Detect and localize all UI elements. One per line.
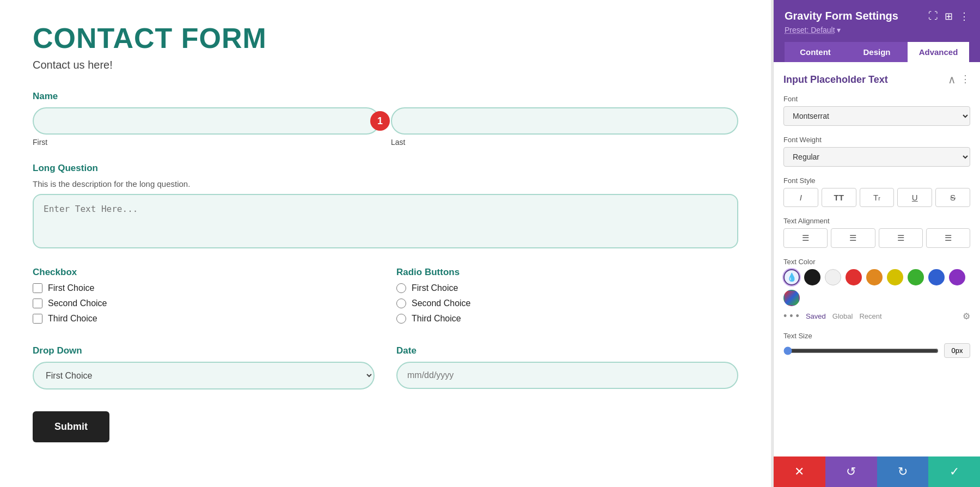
font-weight-row: Font Weight Regular Bold Light [783,136,970,167]
section-controls: ∧ ⋮ [948,73,970,86]
radio-col: Radio Buttons First Choice Second Choice… [396,267,738,329]
radio-1[interactable] [396,283,406,293]
undo-button[interactable]: ↺ [825,456,877,487]
font-style-buttons: I TT Tr U S [783,188,970,207]
color-purple[interactable] [949,269,965,285]
text-alignment-row: Text Alignment ☰ ☰ ☰ ☰ [783,217,970,248]
save-button[interactable]: ✓ [928,456,980,487]
settings-preset[interactable]: Preset: Default ▾ [785,26,969,34]
radio-1-label: First Choice [412,283,458,293]
radio-3-label: Third Choice [412,314,461,324]
date-label: Date [396,345,738,356]
close-button[interactable]: ✕ [774,456,825,487]
long-question-description: This is the description for the long que… [33,179,738,188]
date-input[interactable] [396,362,738,389]
strikethrough-btn[interactable]: S [935,188,970,207]
capitalize-btn[interactable]: Tr [860,188,895,207]
settings-header-top: Gravity Form Settings ⛶ ⊞ ⋮ [785,10,969,22]
radio-label: Radio Buttons [396,267,738,278]
checkbox-1-label: First Choice [48,283,94,293]
underline-btn[interactable]: U [897,188,932,207]
size-slider-row: 0px [783,343,970,358]
badge-1: 1 [370,111,390,131]
color-yellow[interactable] [887,269,903,285]
form-area: CONTACT FORM Contact us here! Name 1 Fir… [0,0,771,487]
name-field-group: Name 1 First Last [33,91,738,147]
tab-design[interactable]: Design [846,42,908,62]
dropdown-label: Drop Down [33,345,375,356]
align-right-btn[interactable]: ☰ [879,228,923,248]
text-alignment-label: Text Alignment [783,217,970,225]
name-first-wrapper: 1 [33,107,380,135]
font-label: Font [783,95,970,103]
settings-panel: Gravity Form Settings ⛶ ⊞ ⋮ Preset: Defa… [773,0,980,487]
dropdown-date-row: Drop Down First Choice Second Choice Thi… [33,345,738,389]
name-first-input[interactable] [33,107,380,135]
checkbox-3[interactable] [33,314,42,324]
text-color-label: Text Color [783,258,970,266]
checkbox-item-2: Second Choice [33,299,375,308]
font-weight-select[interactable]: Regular Bold Light [783,147,970,167]
font-style-label: Font Style [783,176,970,185]
checkbox-item-3: Third Choice [33,314,375,324]
font-weight-label: Font Weight [783,136,970,144]
align-left-btn[interactable]: ☰ [783,228,828,248]
radio-3[interactable] [396,314,406,324]
color-tab-recent[interactable]: Recent [859,312,881,320]
action-bar: ✕ ↺ ↻ ✓ [774,456,980,487]
long-question-textarea[interactable] [33,194,738,248]
name-label: Name [33,91,738,102]
dropdown-select[interactable]: First Choice Second Choice Third Choice [33,362,375,389]
align-center-btn[interactable]: ☰ [831,228,875,248]
align-justify-btn[interactable]: ☰ [926,228,970,248]
submit-button[interactable]: Submit [33,411,109,442]
checkbox-1[interactable] [33,283,42,293]
font-style-row: Font Style I TT Tr U S [783,176,970,207]
radio-2[interactable] [396,299,406,308]
color-gradient[interactable] [783,290,800,306]
color-tab-saved[interactable]: Saved [806,312,826,320]
checkbox-radio-row: Checkbox First Choice Second Choice Thir… [33,267,738,329]
section-more-icon[interactable]: ⋮ [960,73,970,86]
color-orange[interactable] [866,269,883,285]
section-header: Input Placeholder Text ∧ ⋮ [783,73,970,86]
tab-advanced[interactable]: Advanced [908,42,969,62]
more-icon[interactable]: ⋮ [959,10,969,22]
name-last-label: Last [391,138,738,147]
color-green[interactable] [908,269,924,285]
text-color-row: Text Color 💧 • • • Saved Global [783,258,970,322]
expand-icon[interactable]: ⊞ [945,10,953,22]
color-swatches: 💧 [783,269,970,306]
color-tab-global[interactable]: Global [832,312,853,320]
checkbox-label: Checkbox [33,267,375,278]
color-white[interactable] [825,269,841,285]
uppercase-btn[interactable]: TT [822,188,856,207]
radio-2-label: Second Choice [412,299,471,308]
text-size-value[interactable]: 0px [944,343,970,358]
settings-header: Gravity Form Settings ⛶ ⊞ ⋮ Preset: Defa… [774,0,980,62]
dropdown-col: Drop Down First Choice Second Choice Thi… [33,345,375,389]
italic-btn[interactable]: I [783,188,818,207]
eyedropper-swatch[interactable]: 💧 [783,269,800,285]
tab-content[interactable]: Content [785,42,846,62]
text-size-label: Text Size [783,332,970,340]
settings-header-icons: ⛶ ⊞ ⋮ [928,10,969,22]
name-row: 1 First Last [33,107,738,147]
color-blue[interactable] [928,269,945,285]
fullscreen-icon[interactable]: ⛶ [928,10,938,22]
color-settings-gear-icon[interactable]: ⚙ [963,311,970,321]
redo-button[interactable]: ↻ [877,456,929,487]
settings-body: Input Placeholder Text ∧ ⋮ Font Montserr… [774,62,980,456]
font-select[interactable]: Montserrat Arial Roboto [783,106,970,126]
text-size-row: Text Size 0px [783,332,970,358]
radio-item-2: Second Choice [396,299,738,308]
color-red[interactable] [846,269,862,285]
dots-button[interactable]: • • • [783,311,799,322]
text-size-slider[interactable] [783,346,939,355]
name-last-col: Last [391,107,738,147]
name-last-input[interactable] [391,107,738,135]
collapse-icon[interactable]: ∧ [948,73,956,86]
checkbox-2[interactable] [33,299,42,308]
checkbox-2-label: Second Choice [48,299,107,308]
color-black[interactable] [804,269,820,285]
